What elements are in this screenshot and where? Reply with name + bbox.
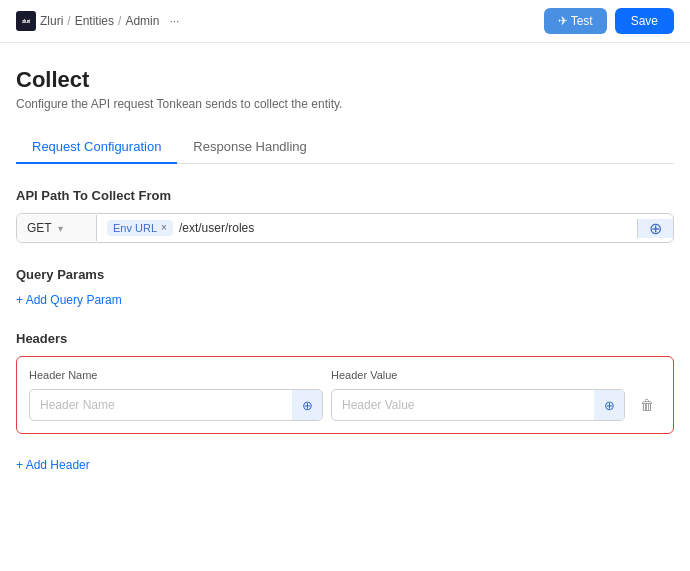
header-name-column-label: Header Name — [29, 369, 331, 381]
add-query-param-link[interactable]: + Add Query Param — [16, 293, 122, 307]
env-tag-remove-button[interactable]: × — [161, 223, 167, 233]
query-params-section-title: Query Params — [16, 267, 674, 282]
breadcrumb-sep1: / — [67, 14, 70, 28]
main-content: Collect Configure the API request Tonkea… — [0, 43, 690, 488]
url-path-text[interactable]: /ext/user/roles — [179, 221, 627, 235]
tab-request-configuration[interactable]: Request Configuration — [16, 131, 177, 164]
headers-label-row: Header Name Header Value — [29, 369, 661, 381]
header-name-input[interactable] — [30, 391, 292, 419]
header-value-input[interactable] — [332, 391, 594, 419]
top-actions: ✈ Test Save — [544, 8, 674, 34]
breadcrumb-entities[interactable]: Entities — [75, 14, 114, 28]
method-dropdown[interactable]: GET ▾ — [17, 215, 97, 241]
query-params-section: Query Params + Add Query Param — [16, 267, 674, 307]
url-field: Env URL × /ext/user/roles — [97, 214, 637, 242]
header-value-input-group: ⊕ — [331, 389, 625, 421]
tab-response-handling[interactable]: Response Handling — [177, 131, 322, 164]
breadcrumb-more-button[interactable]: ··· — [163, 12, 185, 30]
method-chevron-icon: ▾ — [58, 223, 63, 234]
api-path-row: GET ▾ Env URL × /ext/user/roles ⊕ — [16, 213, 674, 243]
test-button[interactable]: ✈ Test — [544, 8, 607, 34]
env-tag-label: Env URL — [113, 222, 157, 234]
header-input-row: ⊕ ⊕ 🗑 — [29, 389, 661, 421]
top-bar: zluri Zluri / Entities / Admin ··· ✈ Tes… — [0, 0, 690, 43]
app-logo: zluri — [16, 11, 36, 31]
headers-section-title: Headers — [16, 331, 674, 346]
header-value-insert-variable-button[interactable]: ⊕ — [594, 390, 624, 420]
tabs-bar: Request Configuration Response Handling — [16, 131, 674, 164]
header-delete-button[interactable]: 🗑 — [633, 391, 661, 419]
breadcrumb-zluri[interactable]: Zluri — [40, 14, 63, 28]
url-insert-variable-button[interactable]: ⊕ — [637, 219, 673, 238]
header-value-variable-icon: ⊕ — [604, 398, 615, 413]
header-value-column-label: Header Value — [331, 369, 633, 381]
method-value: GET — [27, 221, 52, 235]
save-button[interactable]: Save — [615, 8, 674, 34]
api-path-section-title: API Path To Collect From — [16, 188, 674, 203]
headers-section: Header Name Header Value ⊕ ⊕ 🗑 — [16, 356, 674, 434]
page-description: Configure the API request Tonkean sends … — [16, 97, 674, 111]
header-name-insert-variable-button[interactable]: ⊕ — [292, 390, 322, 420]
breadcrumb-admin[interactable]: Admin — [125, 14, 159, 28]
insert-variable-icon: ⊕ — [649, 219, 662, 238]
delete-icon: 🗑 — [640, 397, 654, 413]
breadcrumb-sep2: / — [118, 14, 121, 28]
breadcrumb: zluri Zluri / Entities / Admin ··· — [16, 11, 185, 31]
add-header-link[interactable]: + Add Header — [16, 458, 90, 472]
header-name-input-group: ⊕ — [29, 389, 323, 421]
env-url-tag: Env URL × — [107, 220, 173, 236]
header-name-variable-icon: ⊕ — [302, 398, 313, 413]
page-title: Collect — [16, 67, 674, 93]
